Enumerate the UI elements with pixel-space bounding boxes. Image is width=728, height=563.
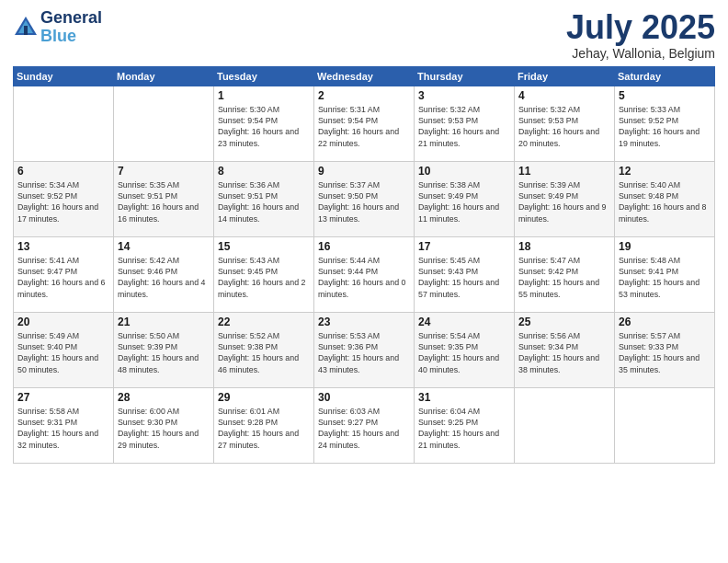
calendar-cell: 11 Sunrise: 5:39 AMSunset: 9:49 PMDaylig… [515, 161, 615, 236]
day-info: Sunrise: 5:36 AMSunset: 9:51 PMDaylight:… [218, 180, 299, 224]
day-info: Sunrise: 5:34 AMSunset: 9:52 PMDaylight:… [17, 180, 98, 224]
col-monday: Monday [114, 66, 214, 86]
calendar-cell: 13 Sunrise: 5:41 AMSunset: 9:47 PMDaylig… [14, 236, 114, 312]
title-block: July 2025 Jehay, Wallonia, Belgium [566, 9, 715, 61]
calendar-cell [515, 387, 615, 463]
day-info: Sunrise: 5:44 AMSunset: 9:44 PMDaylight:… [318, 256, 405, 299]
col-saturday: Saturday [615, 66, 715, 86]
day-number: 31 [418, 391, 510, 404]
day-info: Sunrise: 5:30 AMSunset: 9:54 PMDaylight:… [218, 105, 299, 148]
day-number: 16 [318, 240, 410, 253]
calendar-week-3: 20 Sunrise: 5:49 AMSunset: 9:40 PMDaylig… [14, 312, 715, 387]
calendar-week-2: 13 Sunrise: 5:41 AMSunset: 9:47 PMDaylig… [14, 236, 715, 312]
calendar-cell: 22 Sunrise: 5:52 AMSunset: 9:38 PMDaylig… [214, 312, 314, 387]
calendar-body: 1 Sunrise: 5:30 AMSunset: 9:54 PMDayligh… [14, 86, 715, 463]
calendar-cell [615, 387, 715, 463]
day-number: 8 [218, 165, 310, 178]
day-number: 15 [218, 240, 310, 253]
day-number: 22 [218, 316, 310, 328]
day-info: Sunrise: 5:45 AMSunset: 9:43 PMDaylight:… [418, 256, 499, 299]
calendar-cell: 27 Sunrise: 5:58 AMSunset: 9:31 PMDaylig… [14, 387, 114, 463]
calendar-cell: 23 Sunrise: 5:53 AMSunset: 9:36 PMDaylig… [314, 312, 415, 387]
logo-text: General Blue [40, 9, 102, 46]
day-info: Sunrise: 5:38 AMSunset: 9:49 PMDaylight:… [418, 180, 499, 224]
location-subtitle: Jehay, Wallonia, Belgium [566, 46, 715, 61]
day-number: 30 [318, 391, 410, 404]
logo-line2: Blue [40, 28, 102, 46]
col-sunday: Sunday [14, 66, 114, 86]
day-number: 11 [518, 165, 610, 178]
day-info: Sunrise: 5:57 AMSunset: 9:33 PMDaylight:… [619, 331, 700, 374]
day-info: Sunrise: 5:58 AMSunset: 9:31 PMDaylight:… [17, 407, 98, 450]
day-info: Sunrise: 5:53 AMSunset: 9:36 PMDaylight:… [318, 331, 399, 374]
logo: General Blue [13, 9, 102, 46]
header: General Blue July 2025 Jehay, Wallonia, … [13, 9, 715, 61]
calendar-cell: 17 Sunrise: 5:45 AMSunset: 9:43 PMDaylig… [415, 236, 515, 312]
calendar-cell: 6 Sunrise: 5:34 AMSunset: 9:52 PMDayligh… [14, 161, 114, 236]
day-number: 7 [118, 165, 210, 178]
day-info: Sunrise: 5:50 AMSunset: 9:39 PMDaylight:… [118, 331, 199, 374]
day-info: Sunrise: 5:40 AMSunset: 9:48 PMDaylight:… [619, 180, 706, 224]
calendar-cell: 5 Sunrise: 5:33 AMSunset: 9:52 PMDayligh… [615, 86, 715, 161]
day-info: Sunrise: 5:47 AMSunset: 9:42 PMDaylight:… [518, 256, 599, 299]
day-number: 4 [518, 89, 610, 102]
day-number: 1 [218, 89, 310, 102]
calendar-week-1: 6 Sunrise: 5:34 AMSunset: 9:52 PMDayligh… [14, 161, 715, 236]
day-info: Sunrise: 5:48 AMSunset: 9:41 PMDaylight:… [619, 256, 700, 299]
calendar-cell: 4 Sunrise: 5:32 AMSunset: 9:53 PMDayligh… [515, 86, 615, 161]
day-info: Sunrise: 5:43 AMSunset: 9:45 PMDaylight:… [218, 256, 305, 299]
day-number: 17 [418, 240, 510, 253]
calendar-cell: 20 Sunrise: 5:49 AMSunset: 9:40 PMDaylig… [14, 312, 114, 387]
day-number: 27 [17, 391, 109, 404]
day-number: 14 [118, 240, 210, 253]
day-info: Sunrise: 5:54 AMSunset: 9:35 PMDaylight:… [418, 331, 499, 374]
day-info: Sunrise: 5:41 AMSunset: 9:47 PMDaylight:… [17, 256, 105, 299]
day-number: 18 [518, 240, 610, 253]
day-info: Sunrise: 5:52 AMSunset: 9:38 PMDaylight:… [218, 331, 299, 374]
svg-rect-2 [24, 26, 28, 35]
day-number: 5 [619, 89, 711, 102]
day-number: 20 [17, 316, 109, 328]
calendar-cell: 3 Sunrise: 5:32 AMSunset: 9:53 PMDayligh… [415, 86, 515, 161]
calendar-cell [14, 86, 114, 161]
calendar-cell: 14 Sunrise: 5:42 AMSunset: 9:46 PMDaylig… [114, 236, 214, 312]
calendar-cell: 12 Sunrise: 5:40 AMSunset: 9:48 PMDaylig… [615, 161, 715, 236]
day-number: 12 [619, 165, 711, 178]
col-tuesday: Tuesday [214, 66, 314, 86]
logo-icon [13, 15, 39, 40]
calendar-cell [114, 86, 214, 161]
day-number: 6 [17, 165, 109, 178]
day-info: Sunrise: 6:00 AMSunset: 9:30 PMDaylight:… [118, 407, 199, 450]
logo-line1: General [40, 9, 102, 28]
calendar-cell: 9 Sunrise: 5:37 AMSunset: 9:50 PMDayligh… [314, 161, 415, 236]
day-number: 26 [619, 316, 711, 328]
day-info: Sunrise: 5:32 AMSunset: 9:53 PMDaylight:… [518, 105, 599, 148]
col-thursday: Thursday [415, 66, 515, 86]
calendar-cell: 19 Sunrise: 5:48 AMSunset: 9:41 PMDaylig… [615, 236, 715, 312]
header-row: Sunday Monday Tuesday Wednesday Thursday… [14, 66, 715, 86]
calendar-cell: 30 Sunrise: 6:03 AMSunset: 9:27 PMDaylig… [314, 387, 415, 463]
calendar-cell: 7 Sunrise: 5:35 AMSunset: 9:51 PMDayligh… [114, 161, 214, 236]
day-number: 9 [318, 165, 410, 178]
calendar-header: Sunday Monday Tuesday Wednesday Thursday… [14, 66, 715, 86]
calendar-week-0: 1 Sunrise: 5:30 AMSunset: 9:54 PMDayligh… [14, 86, 715, 161]
calendar-table: Sunday Monday Tuesday Wednesday Thursday… [13, 66, 715, 464]
calendar-cell: 18 Sunrise: 5:47 AMSunset: 9:42 PMDaylig… [515, 236, 615, 312]
calendar-cell: 8 Sunrise: 5:36 AMSunset: 9:51 PMDayligh… [214, 161, 314, 236]
month-title: July 2025 [566, 9, 715, 46]
calendar-cell: 1 Sunrise: 5:30 AMSunset: 9:54 PMDayligh… [214, 86, 314, 161]
day-number: 21 [118, 316, 210, 328]
day-number: 23 [318, 316, 410, 328]
day-info: Sunrise: 5:37 AMSunset: 9:50 PMDaylight:… [318, 180, 399, 224]
day-info: Sunrise: 5:42 AMSunset: 9:46 PMDaylight:… [118, 256, 205, 299]
calendar-cell: 29 Sunrise: 6:01 AMSunset: 9:28 PMDaylig… [214, 387, 314, 463]
calendar-cell: 28 Sunrise: 6:00 AMSunset: 9:30 PMDaylig… [114, 387, 214, 463]
calendar-cell: 15 Sunrise: 5:43 AMSunset: 9:45 PMDaylig… [214, 236, 314, 312]
calendar-cell: 21 Sunrise: 5:50 AMSunset: 9:39 PMDaylig… [114, 312, 214, 387]
calendar-week-4: 27 Sunrise: 5:58 AMSunset: 9:31 PMDaylig… [14, 387, 715, 463]
day-number: 2 [318, 89, 410, 102]
calendar-cell: 26 Sunrise: 5:57 AMSunset: 9:33 PMDaylig… [615, 312, 715, 387]
col-wednesday: Wednesday [314, 66, 415, 86]
calendar-cell: 10 Sunrise: 5:38 AMSunset: 9:49 PMDaylig… [415, 161, 515, 236]
calendar-cell: 24 Sunrise: 5:54 AMSunset: 9:35 PMDaylig… [415, 312, 515, 387]
